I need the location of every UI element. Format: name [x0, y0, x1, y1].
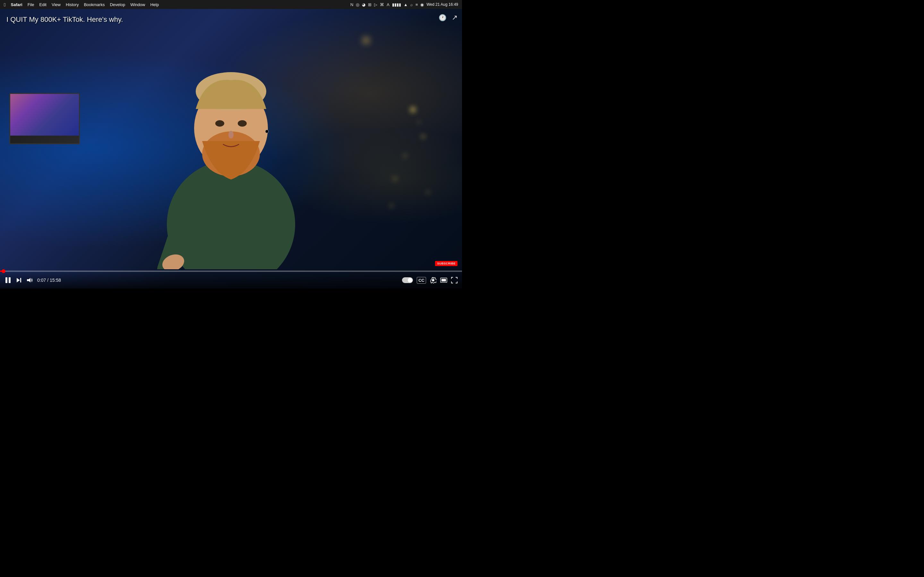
controls-left: 0:07 / 15:58: [5, 277, 61, 284]
keyboard-icon[interactable]: A: [387, 2, 389, 7]
arc-icon[interactable]: ◎: [356, 2, 359, 7]
menubar:  Safari File Edit View History Bookmark…: [0, 0, 462, 9]
theater-mode-button[interactable]: [440, 277, 447, 283]
app-name[interactable]: Safari: [11, 2, 22, 7]
fullscreen-button[interactable]: [451, 277, 457, 284]
menu-file[interactable]: File: [27, 2, 34, 7]
monitor-screen: [10, 94, 79, 136]
svg-rect-17: [441, 279, 446, 282]
monitor-prop: [9, 93, 80, 144]
apple-menu[interactable]: : [4, 2, 5, 7]
siri-icon[interactable]: ◉: [420, 2, 424, 7]
video-title: I QUIT My 800K+ TikTok. Here's why.: [6, 15, 123, 24]
search-icon[interactable]: ⌕: [410, 2, 413, 7]
menu-history[interactable]: History: [66, 2, 79, 7]
menu-develop[interactable]: Develop: [110, 2, 125, 7]
menubar-left:  Safari File Edit View History Bookmark…: [4, 2, 159, 7]
bokeh-6: [426, 191, 430, 194]
control-center-icon[interactable]: ≡: [415, 2, 418, 7]
menu-edit[interactable]: Edit: [39, 2, 47, 7]
menu-help[interactable]: Help: [150, 2, 159, 7]
menubar-right: N ◎ ◕ ⊞ ▷ ⌘ A ▮▮▮▮ ▲ ⌕ ≡ ◉ Wed 21 Aug 16…: [351, 2, 458, 7]
settings-button[interactable]: [430, 277, 436, 284]
svg-marker-14: [27, 278, 31, 282]
autoplay-track[interactable]: [402, 277, 413, 283]
controls-right: CC: [402, 277, 457, 284]
top-right-controls: 🕐 ↗: [439, 13, 457, 22]
person-figure: [148, 39, 314, 269]
subscribe-badge[interactable]: Subscribe: [435, 261, 457, 266]
infuse-icon[interactable]: ▷: [374, 2, 377, 7]
wifi-icon[interactable]: ▲: [404, 2, 408, 7]
watch-later-button[interactable]: 🕐: [439, 14, 447, 21]
svg-point-8: [265, 130, 268, 133]
datetime-display: Wed 21 Aug 16:49: [426, 2, 458, 7]
menu-window[interactable]: Window: [130, 2, 145, 7]
svg-point-7: [228, 131, 234, 139]
share-button[interactable]: ↗: [452, 13, 457, 22]
cc-button[interactable]: CC: [417, 277, 426, 284]
menu-bookmarks[interactable]: Bookmarks: [84, 2, 105, 7]
video-player[interactable]: I QUIT My 800K+ TikTok. Here's why. 🕐 ↗ …: [0, 9, 462, 288]
video-controls: 0:07 / 15:58 CC: [0, 272, 462, 288]
battery-icon[interactable]: ▮▮▮▮: [392, 2, 401, 7]
time-display: 0:07 / 15:58: [37, 277, 61, 283]
svg-rect-10: [5, 277, 7, 283]
svg-rect-11: [9, 277, 11, 283]
notion-icon[interactable]: N: [351, 2, 353, 7]
autoplay-toggle[interactable]: [402, 277, 413, 283]
reeder-icon[interactable]: ⌘: [380, 2, 384, 7]
vinyls-icon[interactable]: ◕: [362, 2, 365, 7]
pause-button[interactable]: [5, 277, 11, 284]
svg-point-5: [215, 120, 224, 127]
svg-marker-12: [17, 278, 20, 282]
volume-button[interactable]: [26, 277, 33, 283]
menu-view[interactable]: View: [52, 2, 61, 7]
svg-point-6: [238, 120, 247, 127]
skip-next-button[interactable]: [16, 277, 22, 283]
windows-icon[interactable]: ⊞: [368, 2, 372, 7]
autoplay-knob: [408, 278, 412, 282]
monitor-stand: [38, 143, 51, 144]
svg-rect-13: [20, 278, 21, 282]
